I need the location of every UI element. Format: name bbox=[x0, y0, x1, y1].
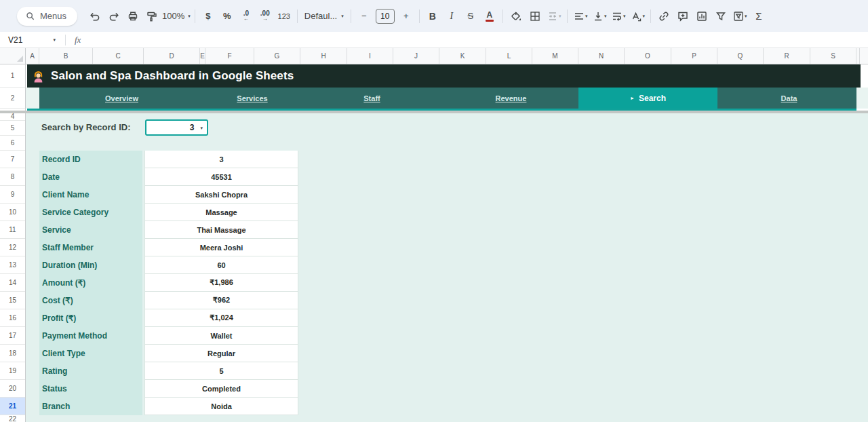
record-field-label[interactable]: Branch bbox=[39, 398, 142, 415]
zoom-dropdown[interactable]: 100% ▾ bbox=[162, 7, 191, 25]
functions-button[interactable]: Σ bbox=[750, 7, 768, 25]
record-field-value[interactable]: ₹962 bbox=[144, 292, 298, 309]
record-field-label[interactable]: Client Type bbox=[39, 345, 142, 362]
column-header[interactable]: F bbox=[205, 48, 254, 64]
row-header[interactable]: 2 bbox=[0, 88, 25, 109]
strikethrough-button[interactable]: S bbox=[462, 7, 479, 25]
row-header[interactable]: 17 bbox=[0, 327, 25, 345]
more-formats-button[interactable]: 123 bbox=[275, 7, 293, 25]
column-header[interactable]: Q bbox=[717, 48, 764, 64]
record-field-label[interactable]: Cost (₹) bbox=[39, 292, 142, 309]
borders-button[interactable] bbox=[526, 7, 544, 25]
menus-button[interactable]: Menus bbox=[17, 7, 77, 26]
record-field-value[interactable]: Meera Joshi bbox=[144, 239, 298, 256]
dashboard-tab[interactable]: Staff bbox=[300, 88, 439, 109]
redo-button[interactable] bbox=[105, 7, 123, 25]
formula-input[interactable] bbox=[81, 32, 868, 47]
record-field-label[interactable]: Service bbox=[39, 221, 142, 239]
record-field-label[interactable]: Record ID bbox=[39, 151, 142, 168]
record-field-label[interactable]: Payment Method bbox=[39, 327, 142, 345]
row-header[interactable]: 5 bbox=[0, 121, 25, 136]
column-header[interactable]: H bbox=[300, 48, 347, 64]
bold-button[interactable]: B bbox=[424, 7, 441, 25]
filter-views-button[interactable]: ▾ bbox=[731, 7, 749, 25]
row-header[interactable]: 4 bbox=[0, 113, 25, 121]
row-header[interactable]: 9 bbox=[0, 186, 25, 204]
record-field-label[interactable]: Client Name bbox=[39, 186, 142, 204]
paint-format-button[interactable] bbox=[143, 7, 161, 25]
record-field-label[interactable]: Staff Member bbox=[39, 239, 142, 256]
record-id-dropdown[interactable]: 3 ▾ bbox=[145, 119, 208, 136]
column-header[interactable]: S bbox=[810, 48, 856, 64]
record-field-label[interactable]: Profit (₹) bbox=[39, 309, 142, 327]
row-header[interactable]: 10 bbox=[0, 204, 25, 221]
row-header[interactable]: 19 bbox=[0, 362, 25, 380]
dashboard-tab[interactable]: ► Search bbox=[578, 88, 717, 109]
insert-comment-button[interactable] bbox=[674, 7, 692, 25]
record-field-value[interactable]: 3 bbox=[144, 151, 298, 168]
select-all-corner[interactable] bbox=[0, 48, 26, 64]
record-field-label[interactable]: Service Category bbox=[39, 204, 142, 221]
fill-color-button[interactable] bbox=[507, 7, 525, 25]
record-field-value[interactable]: 5 bbox=[144, 362, 298, 380]
record-field-value[interactable]: 60 bbox=[144, 256, 298, 274]
column-header[interactable]: I bbox=[347, 48, 393, 64]
frozen-rows-divider[interactable] bbox=[0, 111, 868, 113]
record-field-value[interactable]: Completed bbox=[144, 380, 298, 398]
column-header[interactable]: R bbox=[764, 48, 810, 64]
row-header[interactable]: 18 bbox=[0, 345, 25, 362]
column-header[interactable]: E bbox=[200, 48, 205, 64]
row-header[interactable]: 12 bbox=[0, 239, 25, 256]
name-box[interactable]: V21 ▾ bbox=[0, 32, 65, 47]
create-filter-button[interactable] bbox=[712, 7, 730, 25]
font-dropdown[interactable]: Defaul... ▾ bbox=[302, 7, 347, 25]
font-size-input[interactable]: 10 bbox=[376, 9, 395, 24]
column-header[interactable]: A bbox=[26, 48, 39, 64]
vertical-align-button[interactable]: ▾ bbox=[591, 7, 608, 25]
row-header[interactable]: 13 bbox=[0, 256, 25, 274]
column-header[interactable]: N bbox=[578, 48, 625, 64]
column-header[interactable]: G bbox=[254, 48, 300, 64]
decrease-decimal-button[interactable]: .0 ← bbox=[237, 7, 255, 25]
text-wrap-button[interactable]: ▾ bbox=[610, 7, 627, 25]
record-field-label[interactable]: Rating bbox=[39, 362, 142, 380]
record-field-value[interactable]: Massage bbox=[144, 204, 298, 221]
text-color-button[interactable]: A bbox=[481, 7, 498, 25]
column-header[interactable]: K bbox=[439, 48, 486, 64]
column-header[interactable]: J bbox=[393, 48, 439, 64]
row-header[interactable]: 7 bbox=[0, 151, 25, 168]
dashboard-tab[interactable]: Overview bbox=[39, 88, 200, 109]
row-header[interactable]: 22 bbox=[0, 415, 25, 422]
dashboard-tab[interactable]: Services bbox=[200, 88, 300, 109]
merge-cells-button[interactable]: ▾ bbox=[545, 7, 563, 25]
increase-decimal-button[interactable]: .00 → bbox=[256, 7, 274, 25]
row-header[interactable]: 6 bbox=[0, 136, 25, 151]
insert-chart-button[interactable] bbox=[693, 7, 711, 25]
column-header[interactable]: O bbox=[625, 48, 671, 64]
record-field-label[interactable]: Amount (₹) bbox=[39, 274, 142, 292]
column-header[interactable]: C bbox=[93, 48, 144, 64]
row-header[interactable]: 14 bbox=[0, 274, 25, 292]
record-field-value[interactable]: Sakshi Chopra bbox=[144, 186, 298, 204]
text-rotation-button[interactable]: ▾ bbox=[629, 7, 646, 25]
dashboard-tab[interactable]: Data bbox=[717, 88, 856, 109]
decrease-font-size-button[interactable]: − bbox=[355, 7, 373, 25]
insert-link-button[interactable] bbox=[655, 7, 673, 25]
italic-button[interactable]: I bbox=[443, 7, 460, 25]
increase-font-size-button[interactable]: + bbox=[397, 7, 415, 25]
row-header[interactable]: 20 bbox=[0, 380, 25, 398]
row-header[interactable]: 21 bbox=[0, 398, 25, 415]
row-header[interactable]: 8 bbox=[0, 168, 25, 186]
column-header[interactable]: M bbox=[532, 48, 578, 64]
undo-button[interactable] bbox=[86, 7, 104, 25]
horizontal-align-button[interactable]: ▾ bbox=[572, 7, 589, 25]
row-header[interactable]: 16 bbox=[0, 309, 25, 327]
record-field-value[interactable]: ₹1,024 bbox=[144, 309, 298, 327]
row-header[interactable]: 15 bbox=[0, 292, 25, 309]
format-currency-button[interactable]: $ bbox=[199, 7, 217, 25]
column-header[interactable]: D bbox=[144, 48, 200, 64]
column-header[interactable]: B bbox=[39, 48, 93, 64]
record-field-value[interactable]: 45531 bbox=[144, 168, 298, 186]
row-header[interactable]: 1 bbox=[0, 64, 25, 88]
print-button[interactable] bbox=[124, 7, 142, 25]
